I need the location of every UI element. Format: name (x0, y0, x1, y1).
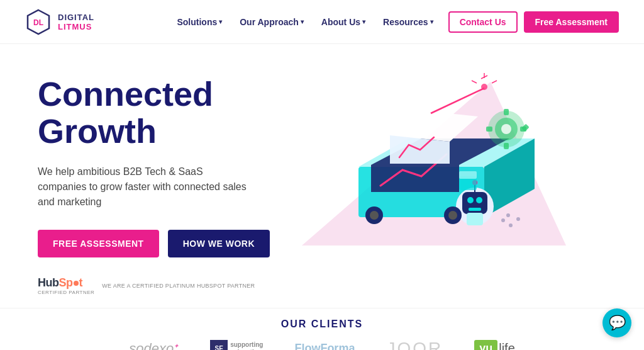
client-logo-joor: JOOR (386, 339, 443, 350)
svg-point-25 (467, 197, 474, 203)
chat-button[interactable]: 💬 (602, 308, 631, 337)
hubspot-logo: HubSp t CERTIFIED PARTNER (38, 276, 94, 295)
free-assessment-nav-button[interactable]: Free Assessment (524, 11, 619, 33)
hubspot-badge: HubSp t CERTIFIED PARTNER WE ARE A CERTI… (38, 276, 302, 295)
logo-text: DIGITAL LITMUS (58, 13, 94, 31)
svg-point-38 (509, 223, 513, 227)
hero-illustration (302, 69, 606, 258)
hero-section: Connected Growth We help ambitious B2B T… (0, 44, 644, 308)
svg-rect-36 (459, 171, 477, 179)
svg-rect-30 (467, 213, 483, 225)
chevron-down-icon: ▾ (430, 18, 433, 25)
contact-us-button[interactable]: Contact Us (448, 11, 518, 33)
svg-point-17 (501, 124, 511, 134)
client-logo-flowforma: FlowForma (294, 342, 355, 350)
svg-point-40 (506, 213, 510, 217)
nav-about-us[interactable]: About Us ▾ (314, 13, 373, 31)
svg-line-12 (472, 81, 477, 83)
supporting-education-icon: SE (210, 340, 228, 350)
clients-section: OUR CLIENTS sodexo✦ SE supportingeducati… (0, 308, 644, 350)
header: DL DIGITAL LITMUS Solutions ▾ Our Approa… (0, 0, 644, 44)
chevron-down-icon: ▾ (301, 18, 304, 25)
clients-title: OUR CLIENTS (38, 319, 606, 330)
hero-subtitle: We help ambitious B2B Tech & SaaS compan… (38, 164, 252, 210)
how-we-work-button[interactable]: HOW WE WORK (168, 230, 270, 257)
hero-content: Connected Growth We help ambitious B2B T… (38, 69, 302, 295)
svg-rect-19 (504, 143, 509, 149)
illustration-svg (308, 69, 560, 252)
chevron-down-icon: ▾ (362, 18, 365, 25)
client-logo-yulife: yu life (474, 340, 515, 350)
svg-line-9 (431, 88, 484, 113)
client-logo-supporting-education: SE supportingeducation (210, 340, 263, 350)
hubspot-badge-text: WE ARE A CERTIFIED PLATINUM HUBSPOT PART… (102, 283, 255, 289)
main-nav: Solutions ▾ Our Approach ▾ About Us ▾ Re… (169, 11, 619, 33)
logo-icon: DL (25, 9, 52, 35)
chat-icon: 💬 (609, 315, 626, 331)
svg-rect-18 (504, 109, 509, 115)
svg-point-32 (370, 211, 379, 220)
nav-solutions[interactable]: Solutions ▾ (169, 13, 230, 31)
free-assessment-hero-button[interactable]: FREE ASSESSMENT (38, 230, 159, 257)
svg-point-10 (481, 84, 487, 90)
chevron-down-icon: ▾ (219, 18, 222, 25)
svg-marker-6 (371, 165, 459, 192)
hero-buttons: FREE ASSESSMENT HOW WE WORK (38, 230, 302, 257)
svg-line-13 (492, 81, 497, 83)
svg-point-34 (448, 211, 457, 220)
hero-title: Connected Growth (38, 76, 302, 150)
svg-point-39 (516, 217, 520, 221)
nav-our-approach[interactable]: Our Approach ▾ (232, 13, 311, 31)
svg-point-26 (476, 197, 482, 203)
logo[interactable]: DL DIGITAL LITMUS (25, 9, 94, 35)
nav-resources[interactable]: Resources ▾ (375, 13, 441, 31)
svg-point-37 (501, 218, 505, 222)
clients-logos: sodexo✦ SE supportingeducation FlowForma… (38, 339, 606, 350)
svg-text:DL: DL (33, 18, 43, 27)
client-logo-sodexo: sodexo✦ (129, 341, 179, 350)
svg-rect-27 (469, 208, 481, 211)
svg-rect-21 (486, 127, 492, 132)
